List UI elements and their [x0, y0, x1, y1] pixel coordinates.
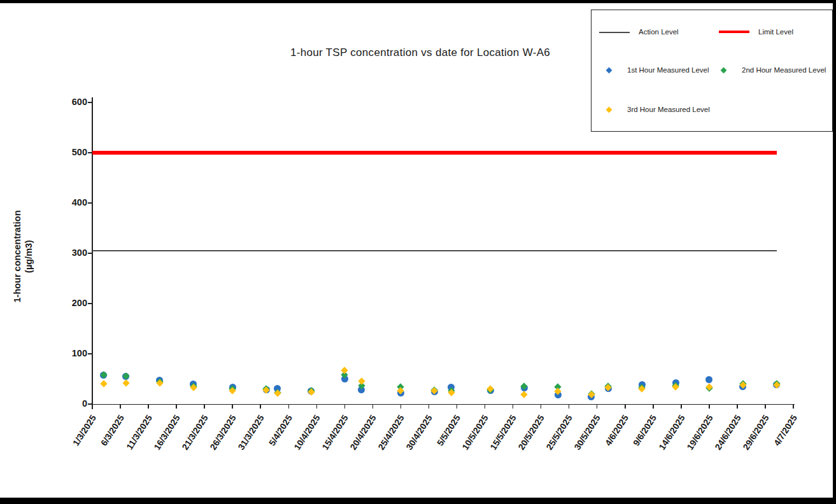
x-tick-label-text: 9/6/2025 — [631, 413, 658, 447]
data-point-3rd-hour — [521, 391, 528, 398]
legend-label-action: Action Level — [639, 28, 679, 36]
y-tick-label: 300 — [60, 248, 87, 258]
x-tick-label-text: 29/6/2025 — [740, 413, 770, 452]
x-tick-mark — [120, 404, 121, 409]
data-point-3rd-hour — [122, 379, 129, 386]
x-tick-label-text: 1/3/2025 — [70, 413, 97, 447]
limit-level-line — [92, 151, 777, 155]
y-tick-label: 400 — [60, 197, 87, 207]
x-tick-label-text: 14/6/2025 — [656, 413, 686, 452]
y-tick-label: 0 — [60, 398, 87, 409]
x-tick-mark — [176, 404, 177, 409]
legend-item-2nd-hour: 2nd Hour Measured Level — [721, 66, 833, 75]
legend-label-limit: Limit Level — [758, 28, 793, 36]
legend-label-1st-hour: 1st Hour Measured Level — [627, 66, 709, 74]
x-tick-label-text: 20/5/2025 — [516, 413, 546, 452]
x-tick-label-text: 5/4/2025 — [267, 413, 294, 447]
x-tick-mark — [597, 404, 598, 409]
x-tick-mark — [569, 404, 570, 409]
legend-label-2nd-hour: 2nd Hour Measured Level — [742, 66, 826, 74]
y-tick-label: 500 — [60, 147, 87, 157]
chart-frame: 1-hour TSP concentration vs date for Loc… — [0, 0, 836, 504]
x-tick-label-text: 6/3/2025 — [98, 413, 125, 447]
x-tick-label-text: 21/3/2025 — [180, 413, 209, 452]
y-axis-line — [92, 97, 93, 409]
x-tick-label-text: 31/3/2025 — [236, 413, 266, 452]
x-tick-label-text: 10/4/2025 — [292, 413, 322, 452]
x-tick-mark — [400, 404, 402, 409]
x-axis-line — [91, 404, 795, 405]
x-tick-mark — [316, 404, 318, 409]
2nd-hour-marker-icon — [721, 67, 727, 74]
x-tick-mark — [681, 404, 682, 409]
y-axis-title-line2: (µg/m3) — [23, 193, 34, 320]
x-tick-mark — [372, 404, 374, 409]
x-tick-label-text: 24/6/2025 — [712, 413, 742, 452]
y-tick-mark — [88, 102, 92, 103]
x-tick-mark — [260, 404, 261, 409]
plot-area: 01002003004005006001/3/20256/3/202511/3/… — [92, 102, 793, 404]
legend-item-3rd-hour: 3rd Hour Measured Level — [607, 106, 715, 115]
y-tick-mark — [88, 202, 92, 204]
x-tick-label-text: 4/7/2025 — [771, 413, 798, 447]
legend-item-limit-level: Limit Level — [719, 28, 827, 37]
1st-hour-marker-icon — [606, 67, 613, 74]
x-tick-mark — [232, 404, 233, 409]
y-tick-mark — [88, 403, 92, 405]
x-tick-mark — [709, 404, 710, 409]
action-level-line — [92, 250, 777, 251]
y-tick-mark — [88, 253, 92, 254]
x-tick-mark — [288, 404, 290, 409]
y-tick-label: 100 — [60, 348, 87, 358]
x-tick-mark — [653, 404, 654, 409]
x-tick-mark — [793, 404, 794, 409]
legend-item-1st-hour: 1st Hour Measured Level — [607, 66, 715, 75]
x-tick-mark — [457, 404, 458, 409]
x-tick-label-text: 20/4/2025 — [348, 413, 378, 452]
data-point-3rd-hour — [100, 381, 107, 388]
y-tick-mark — [88, 353, 92, 354]
x-tick-mark — [92, 404, 93, 409]
y-tick-label: 200 — [60, 298, 87, 308]
legend-box: Action Level Limit Level 1st Hour Measur… — [591, 10, 833, 132]
y-axis-title-line1: 1-hour concentration — [11, 193, 23, 320]
x-tick-mark — [625, 404, 626, 409]
x-tick-mark — [541, 404, 542, 409]
x-tick-mark — [148, 404, 149, 409]
x-tick-label-text: 15/4/2025 — [320, 413, 350, 452]
y-axis-title: 1-hour concentration (µg/m3) — [11, 193, 37, 320]
y-tick-mark — [88, 152, 92, 153]
x-tick-label-text: 26/3/2025 — [208, 413, 237, 452]
x-tick-label-text: 25/4/2025 — [376, 413, 406, 452]
x-tick-mark — [765, 404, 766, 409]
x-tick-label-text: 16/3/2025 — [152, 413, 181, 452]
x-tick-mark — [737, 404, 738, 409]
x-tick-mark — [513, 404, 514, 409]
3rd-hour-marker-icon — [606, 107, 613, 113]
x-tick-label-text: 30/4/2025 — [404, 413, 434, 452]
action-level-line-icon — [599, 32, 630, 33]
y-tick-label: 600 — [60, 97, 87, 107]
x-tick-mark — [204, 404, 205, 409]
x-tick-mark — [485, 404, 486, 409]
x-tick-label-text: 30/5/2025 — [572, 413, 602, 452]
legend-label-3rd-hour: 3rd Hour Measured Level — [627, 106, 710, 113]
x-tick-label-text: 15/5/2025 — [488, 413, 518, 452]
x-tick-label-text: 19/6/2025 — [684, 413, 714, 452]
chart-title: 1-hour TSP concentration vs date for Loc… — [210, 46, 630, 59]
x-tick-label-text: 11/3/2025 — [124, 413, 154, 451]
x-tick-label-text: 10/5/2025 — [460, 413, 490, 452]
x-tick-label-text: 5/5/2025 — [435, 413, 462, 447]
x-tick-mark — [344, 404, 346, 409]
legend-item-action-level: Action Level — [599, 28, 707, 37]
chart-canvas: 1-hour TSP concentration vs date for Loc… — [0, 3, 833, 498]
y-tick-mark — [88, 303, 92, 304]
x-tick-label-text: 4/6/2025 — [603, 413, 630, 447]
data-point-1st-hour — [705, 376, 712, 383]
limit-level-line-icon — [719, 31, 749, 33]
x-tick-mark — [429, 404, 430, 409]
x-tick-label-text: 25/5/2025 — [544, 413, 574, 452]
